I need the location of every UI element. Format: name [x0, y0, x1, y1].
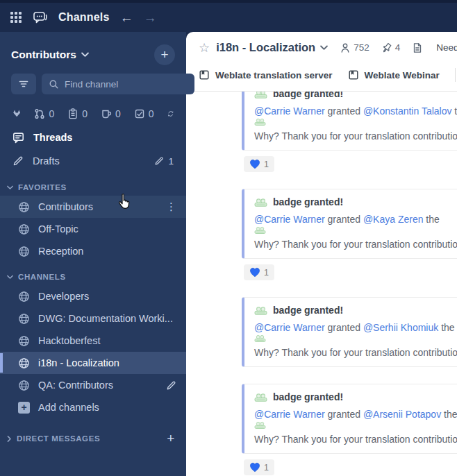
- refresh-icon[interactable]: [167, 108, 174, 119]
- chevron-down-icon: [81, 52, 89, 58]
- main-panel: ☆ i18n - Localization 752 4 Need assis: [186, 32, 457, 476]
- pin-icon: [381, 42, 392, 53]
- badge-title: badge granted!: [273, 391, 343, 402]
- message-blockquote: badge granted! @Carrie Warner granted @K…: [242, 189, 457, 259]
- gitlab-logo-icon[interactable]: [13, 107, 21, 120]
- sidebar-item-reception[interactable]: Reception: [0, 240, 186, 262]
- mention-link[interactable]: @Carrie Warner: [254, 322, 325, 333]
- sidebar-item-drafts[interactable]: Drafts 1: [0, 149, 186, 173]
- pinned-count[interactable]: 4: [381, 42, 401, 53]
- globe-icon: [18, 291, 30, 303]
- mention-link[interactable]: @Carrie Warner: [254, 409, 325, 420]
- reaction-count: 1: [264, 463, 269, 473]
- channels-chat-icon: [33, 10, 48, 24]
- sidebar-item-developers[interactable]: Developers: [0, 285, 186, 307]
- issues-stat[interactable]: 0: [67, 108, 88, 119]
- channel-label: DWG: Documentation Worki...: [38, 313, 173, 324]
- chevron-down-icon: [7, 185, 13, 190]
- channel-menu-kebab-icon[interactable]: ⋮: [166, 201, 176, 213]
- section-channels[interactable]: CHANNELS: [0, 262, 186, 285]
- sidebar-item-i18n-localization[interactable]: i18n - Localization: [0, 352, 186, 374]
- blue-heart-icon: [249, 462, 260, 473]
- sidebar-item-contributors[interactable]: Contributors ⋮: [0, 196, 186, 218]
- merge-request-icon: [34, 108, 45, 119]
- message-blockquote: badge granted! @Carrie Warner granted @S…: [242, 297, 457, 367]
- message-text: @Carrie Warner granted @Konstantin Talal…: [254, 105, 457, 126]
- globe-icon: [18, 246, 30, 257]
- search-input[interactable]: [65, 79, 188, 90]
- apps-grid-icon[interactable]: [10, 12, 22, 24]
- page-title: Channels: [58, 11, 110, 24]
- channel-search[interactable]: [42, 74, 194, 94]
- add-dm-button[interactable]: +: [167, 431, 175, 446]
- merge-requests-stat[interactable]: 0: [34, 108, 54, 119]
- badge-emoji-icon: [254, 117, 266, 126]
- pinned-link[interactable]: Weblate Webinar: [348, 69, 440, 80]
- globe-icon: [18, 357, 30, 369]
- gitlab-integration-bar: 0 0 0 0: [0, 100, 186, 126]
- message-feed[interactable]: badge granted! @Carrie Warner granted @K…: [186, 92, 457, 476]
- channel-description: Need assis: [436, 42, 457, 53]
- add-channel-plus-icon: +: [18, 402, 30, 414]
- sidebar-item-hacktoberfest[interactable]: Hacktoberfest: [0, 330, 186, 352]
- reviews-stat[interactable]: 0: [101, 108, 121, 119]
- channel-title[interactable]: i18n - Localization: [216, 41, 328, 54]
- app-window: Channels ← → Contributors +: [0, 0, 457, 476]
- filter-button[interactable]: [11, 74, 36, 94]
- globe-icon: [18, 201, 30, 213]
- chevron-down-icon: [7, 275, 13, 280]
- blue-heart-icon: [249, 267, 260, 278]
- sidebar-item-dwg-documentation[interactable]: DWG: Documentation Worki...: [0, 307, 186, 330]
- drafts-count-badge: 1: [154, 156, 174, 167]
- mention-link[interactable]: @Serhii Khomiuk: [363, 322, 438, 333]
- channel-label: Contributors: [38, 201, 93, 212]
- pinned-link[interactable]: Weblate translation server: [199, 69, 333, 80]
- globe-icon: [18, 380, 30, 391]
- mention-link[interactable]: @Carrie Warner: [254, 214, 325, 225]
- sidebar-item-threads[interactable]: Threads: [0, 126, 186, 149]
- edit-channel-pencil-icon[interactable]: [166, 380, 176, 391]
- mug-icon: [101, 108, 112, 119]
- star-icon[interactable]: ☆: [199, 42, 210, 54]
- section-direct-messages[interactable]: DIRECT MESSAGES +: [0, 418, 186, 450]
- chevron-right-icon: [7, 436, 12, 442]
- channel-label: Add channels: [38, 402, 99, 413]
- badge-emoji-icon: [254, 420, 266, 430]
- message-why-text: Why? Thank you for your translation cont…: [254, 130, 457, 142]
- section-favorites[interactable]: FAVORITES: [0, 173, 186, 196]
- nav-back-button[interactable]: ←: [120, 11, 133, 24]
- member-count[interactable]: 752: [340, 42, 369, 53]
- mention-link[interactable]: @Carrie Warner: [254, 105, 325, 117]
- globe-icon: [18, 313, 30, 325]
- badge-emoji-icon: [254, 225, 266, 235]
- globe-icon: [18, 335, 30, 347]
- document-icon: [412, 42, 423, 53]
- message-why-text: Why? Thank you for your translation cont…: [254, 347, 457, 358]
- mention-link[interactable]: @Kaya Zeren: [363, 214, 424, 225]
- workspace-switcher[interactable]: Contributors: [11, 49, 89, 61]
- create-channel-button[interactable]: +: [154, 44, 175, 65]
- pencil-icon: [13, 155, 24, 167]
- sidebar-item-qa-contributors[interactable]: QA: Contributors: [0, 374, 186, 396]
- nav-forward-button[interactable]: →: [144, 11, 157, 24]
- stat-count: 0: [49, 108, 54, 119]
- sidebar-item-add-channels[interactable]: + Add channels: [0, 396, 186, 418]
- mention-link[interactable]: @Konstantin Talalov: [363, 105, 452, 117]
- mention-link[interactable]: @Arsenii Potapov: [363, 409, 441, 420]
- todos-stat[interactable]: 0: [134, 108, 154, 119]
- channel-label: Reception: [38, 246, 83, 257]
- channel-label: Off-Topic: [38, 223, 78, 235]
- filter-icon: [18, 78, 29, 90]
- heart-reaction-button[interactable]: 1: [244, 156, 274, 172]
- sidebar-item-off-topic[interactable]: Off-Topic: [0, 218, 186, 240]
- message-why-text: Why? Thank you for your translation cont…: [254, 239, 457, 250]
- badge-emoji-icon: [254, 92, 267, 99]
- message-text: @Carrie Warner granted @Arsenii Potapov …: [254, 409, 457, 430]
- message-blockquote: badge granted! @Carrie Warner granted @K…: [242, 92, 457, 151]
- heart-reaction-button[interactable]: 1: [244, 264, 274, 280]
- pinned-message-icon: [348, 69, 359, 80]
- channel-description-icon[interactable]: [412, 42, 423, 53]
- badge-title: badge granted!: [273, 305, 343, 316]
- heart-reaction-button[interactable]: 1: [244, 459, 274, 475]
- message-blockquote: badge granted! @Carrie Warner granted @A…: [242, 384, 457, 454]
